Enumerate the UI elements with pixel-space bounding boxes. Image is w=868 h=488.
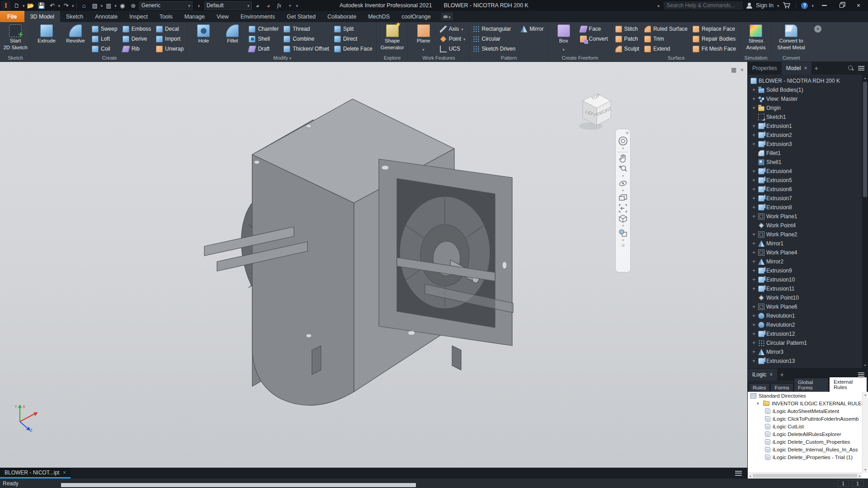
rules-vertical-scrollbar[interactable]: ▴▾: [862, 392, 868, 473]
ribbon-display-options-button[interactable]: ▾: [814, 25, 826, 33]
revolve-button[interactable]: Revolve: [61, 23, 90, 44]
tree-row[interactable]: + Work Plane6: [749, 302, 868, 311]
minimize-button[interactable]: [817, 1, 831, 10]
delete-face-button[interactable]: Delete Face: [333, 44, 375, 54]
point-button[interactable]: Point: [439, 34, 468, 44]
scroll-down-icon[interactable]: ▾: [864, 362, 866, 368]
tree-row[interactable]: + Extrusion2: [749, 131, 868, 140]
freeform-box-button[interactable]: Box: [550, 23, 578, 53]
appearance-dropdown[interactable]: Default: [204, 1, 252, 10]
rib-button[interactable]: Rib: [121, 44, 154, 54]
document-tab-close-icon[interactable]: [63, 469, 66, 476]
tree-row[interactable]: + Extrusion8: [749, 203, 868, 212]
tree-row[interactable]: + Extrusion12: [749, 329, 868, 338]
tree-row[interactable]: + Work Plane1: [749, 212, 868, 221]
stitch-button[interactable]: Stitch: [614, 24, 642, 34]
home-cube-button[interactable]: [617, 214, 629, 224]
menu-tab[interactable]: Annotate: [89, 11, 123, 22]
navbar-close-icon[interactable]: ⊗: [625, 131, 629, 135]
tree-row[interactable]: + Extrusion10: [749, 275, 868, 284]
adjust-appearance-icon[interactable]: ◕: [253, 1, 263, 10]
add-qat-button[interactable]: +: [285, 1, 295, 10]
tree-row[interactable]: + Circular Pattern1: [749, 338, 868, 347]
tree-expand-icon[interactable]: +: [751, 250, 756, 255]
start-2d-sketch-button[interactable]: Start 2D Sketch: [1, 23, 29, 51]
rectangular-pattern-button[interactable]: Rectangular: [472, 24, 519, 34]
render-button[interactable]: ⊛: [128, 1, 138, 10]
tree-expand-icon[interactable]: +: [751, 87, 756, 93]
statusbar-scrollbar[interactable]: [61, 483, 416, 487]
appearance-caret-icon[interactable]: ▾: [622, 239, 624, 242]
tree-row[interactable]: + Work Plane4: [749, 248, 868, 257]
tab-model[interactable]: Model: [782, 62, 812, 75]
tree-row[interactable]: + Extrusion5: [749, 176, 868, 185]
derive-button[interactable]: Derive: [121, 34, 154, 44]
menu-tab[interactable]: Inspect: [123, 11, 153, 22]
tree-row[interactable]: + Extrusion9: [749, 266, 868, 275]
ilogic-rule-row[interactable]: iLogic AutoSheetMetalExtent: [748, 407, 868, 415]
loft-button[interactable]: Loft: [90, 34, 120, 44]
tree-row[interactable]: + Shell1: [749, 158, 868, 167]
menu-tab[interactable]: Environments: [235, 11, 281, 22]
tree-expand-icon[interactable]: +: [751, 205, 756, 210]
fillet-button[interactable]: Fillet: [218, 23, 246, 44]
tree-expand-icon[interactable]: +: [751, 105, 756, 111]
ilogic-rule-row[interactable]: iLogic Delete_Custom_Properties: [748, 438, 868, 446]
tree-row[interactable]: + Fillet1: [749, 149, 868, 158]
redo-button[interactable]: ↷: [61, 1, 71, 10]
tree-expand-icon[interactable]: +: [751, 340, 756, 346]
viewport-close-icon[interactable]: ×: [740, 66, 744, 73]
split-button[interactable]: Split: [333, 24, 375, 34]
viewport-grid-icon[interactable]: ▦: [731, 66, 736, 73]
ucs-button[interactable]: UCS: [439, 44, 468, 54]
tree-row[interactable]: + Extrusion4: [749, 167, 868, 176]
tree-expand-icon[interactable]: +: [751, 259, 756, 264]
repair-bodies-button[interactable]: Repair Bodies: [691, 34, 739, 44]
menu-tab[interactable]: MechDS: [362, 11, 396, 22]
sign-in-button[interactable]: Sign In: [756, 2, 774, 9]
menu-tab[interactable]: Get Started: [281, 11, 321, 22]
tree-expand-icon[interactable]: +: [751, 232, 756, 237]
home-view-button[interactable]: ⌂: [79, 1, 89, 10]
inventor-logo-icon[interactable]: I: [1, 1, 11, 10]
orbit-button[interactable]: [617, 178, 629, 188]
help-icon[interactable]: ?: [801, 2, 808, 9]
tree-row[interactable]: + Work Point10: [749, 293, 868, 302]
tree-expand-icon[interactable]: +: [751, 331, 756, 337]
circular-pattern-button[interactable]: Circular: [472, 34, 519, 44]
tree-expand-icon[interactable]: +: [751, 178, 756, 183]
tree-expand-icon[interactable]: +: [751, 123, 756, 129]
tab-properties[interactable]: Properties: [748, 62, 782, 75]
navigation-wheel-button[interactable]: [617, 136, 629, 146]
decal-button[interactable]: Decal: [155, 24, 186, 34]
close-button[interactable]: ×: [852, 1, 865, 10]
zoom-button[interactable]: [617, 164, 629, 174]
search-expand-icon[interactable]: [658, 2, 660, 9]
ilogic-rule-row[interactable]: iLogic Delete_iProperties - Trial (1): [748, 453, 868, 461]
sketch-visibility-button[interactable]: ▨: [90, 1, 100, 10]
navbar-collapse-icon[interactable]: ⊖: [621, 244, 625, 248]
new-caret-icon[interactable]: [23, 2, 25, 9]
shape-generator-button[interactable]: ShapeGenerator: [378, 23, 406, 51]
tree-row[interactable]: + Work Point4: [749, 221, 868, 230]
add-browser-tab-button[interactable]: +: [811, 62, 821, 75]
folder-collapse-icon[interactable]: ▾: [757, 401, 761, 406]
look-at-button[interactable]: [617, 193, 629, 203]
menu-tab[interactable]: Collaborate: [321, 11, 362, 22]
combine-button[interactable]: Combine: [282, 34, 331, 44]
tree-row[interactable]: + Revolution2: [749, 320, 868, 329]
hscrollbar-thumb[interactable]: [753, 474, 857, 478]
menu-tab[interactable]: Manage: [179, 11, 211, 22]
redo-caret-icon[interactable]: [72, 2, 74, 9]
tree-expand-icon[interactable]: +: [751, 96, 756, 102]
appearance-button[interactable]: [617, 228, 629, 238]
tree-expand-icon[interactable]: +: [751, 196, 756, 201]
tree-row[interactable]: + Extrusion6: [749, 185, 868, 194]
tree-expand-icon[interactable]: +: [751, 187, 756, 192]
ruled-surface-button[interactable]: Ruled Surface: [643, 24, 690, 34]
convert-to-sheet-metal-button[interactable]: Convert toSheet Metal: [773, 23, 809, 51]
unwrap-button[interactable]: Unwrap: [155, 44, 186, 54]
menu-tab[interactable]: 3D Model: [24, 11, 61, 22]
standard-directories-row[interactable]: Standard Directories: [748, 392, 868, 399]
undo-caret-icon[interactable]: [58, 2, 61, 9]
